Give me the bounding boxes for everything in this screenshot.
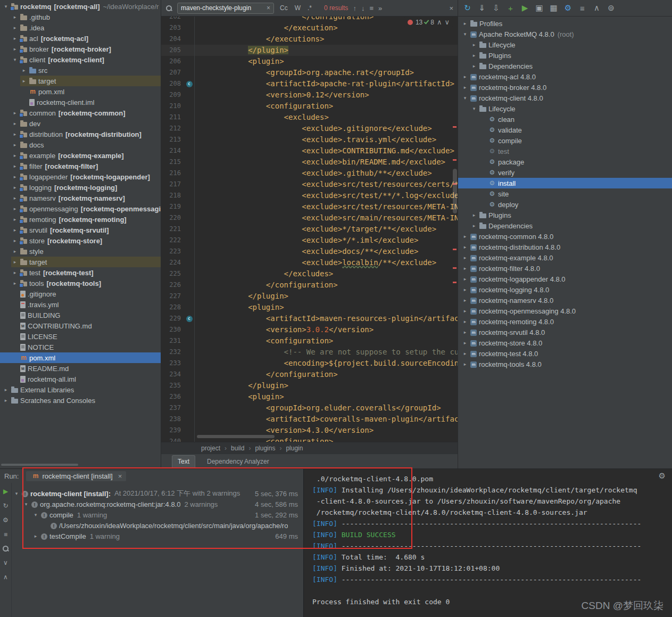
code-editor[interactable]: 202 </configuration>203 </execution>204 … — [161, 17, 458, 442]
build-tree-item-compile[interactable]: ▾compile1 warning1 sec, 292 ms — [12, 509, 303, 520]
chevron-expanded-icon[interactable]: ▾ — [470, 106, 478, 111]
editor-vscrollbar[interactable] — [453, 169, 457, 213]
chevron-collapsed-icon[interactable]: ▸ — [20, 78, 28, 84]
chevron-expanded-icon[interactable]: ▾ — [461, 95, 469, 101]
tree-item-example[interactable]: ▸example[rocketmq-example] — [0, 150, 161, 161]
code-line-218[interactable]: 218 <exclude>src/test/**/*.log</exclude> — [161, 190, 458, 201]
code-line-238[interactable]: 238 <artifactId>coveralls-maven-plugin</… — [161, 414, 458, 425]
line-number[interactable]: 208 — [161, 78, 182, 89]
code-line-204[interactable]: 204 </executions> — [161, 34, 458, 45]
chevron-collapsed-icon[interactable]: ▸ — [11, 281, 19, 286]
error-stripe-mark[interactable] — [453, 282, 457, 283]
tree-item-notice[interactable]: NOTICE — [0, 342, 161, 352]
breadcrumb-build[interactable]: build — [231, 445, 244, 452]
chevron-collapsed-icon[interactable]: ▸ — [11, 249, 19, 254]
line-number[interactable]: 226 — [161, 279, 182, 291]
tree-item-docs[interactable]: ▸docs — [0, 139, 161, 150]
maven-item-rocketmq-broker-4-8-0[interactable]: ▸rocketmq-broker 4.8.0 — [458, 82, 672, 93]
line-number[interactable]: 227 — [161, 291, 182, 302]
chevron-collapsed-icon[interactable]: ▸ — [11, 121, 19, 126]
inspections-widget[interactable]: 13 8 ∧ ∨ — [404, 18, 453, 27]
close-tab-icon[interactable]: × — [118, 472, 122, 480]
line-number[interactable]: 229 — [161, 313, 182, 324]
build-tree-item-users-zhouxin-ideaworkplace-rocketmq-client-src-main-java-org-apache-ro[interactable]: /Users/zhouxin/ideaWorkplace/rocketmq/cl… — [12, 520, 303, 531]
maven-item-rocketmq-client-4-8-0[interactable]: ▾rocketmq-client 4.8.0 — [458, 93, 672, 103]
tree-item-rocketmq-all-iml[interactable]: rocketmq-all.iml — [0, 374, 161, 384]
editor-view-tab-dependency-analyzer[interactable]: Dependency Analyzer — [202, 456, 275, 468]
tree-item-pom-xml[interactable]: pom.xml — [0, 352, 161, 363]
maven-item-package[interactable]: package — [458, 157, 672, 167]
chevron-collapsed-icon[interactable]: ▸ — [2, 398, 10, 403]
maven-item-rocketmq-logging-4-8-0[interactable]: ▸rocketmq-logging 4.8.0 — [458, 284, 672, 295]
connector-settings-icon[interactable]: ⊚ — [606, 3, 616, 13]
error-stripe-mark[interactable] — [453, 249, 457, 250]
maven-item-profiles[interactable]: ▸Profiles — [458, 18, 672, 29]
maven-item-rocketmq-remoting-4-8-0[interactable]: ▸rocketmq-remoting 4.8.0 — [458, 316, 672, 327]
line-number[interactable]: 207 — [161, 67, 182, 78]
plugin-gutter-icon[interactable] — [186, 316, 193, 322]
chevron-collapsed-icon[interactable]: ▸ — [11, 46, 19, 52]
tree-item-license[interactable]: LICENSE — [0, 331, 161, 342]
chevron-collapsed-icon[interactable]: ▸ — [11, 195, 19, 201]
chevron-collapsed-icon[interactable]: ▸ — [461, 85, 469, 90]
line-number[interactable]: 202 — [161, 17, 182, 22]
code-line-216[interactable]: 216 <exclude>.github/**</exclude> — [161, 168, 458, 179]
maven-item-validate[interactable]: validate — [458, 125, 672, 135]
previous-issue-icon[interactable]: ∧ — [437, 18, 442, 26]
maven-item-dependencies[interactable]: ▸Dependencies — [458, 220, 672, 231]
line-number[interactable]: 234 — [161, 369, 182, 380]
regex-toggle[interactable]: .* — [306, 4, 313, 12]
maven-item-rocketmq-store-4-8-0[interactable]: ▸rocketmq-store 4.8.0 — [458, 338, 672, 348]
maven-item-test[interactable]: test — [458, 146, 672, 157]
chevron-collapsed-icon[interactable]: ▸ — [461, 266, 469, 271]
line-number[interactable]: 204 — [161, 34, 182, 45]
tree-item-pom-xml[interactable]: pom.xml — [0, 86, 161, 97]
chevron-collapsed-icon[interactable]: ▸ — [461, 234, 469, 239]
code-line-225[interactable]: 225 </excludes> — [161, 268, 458, 279]
tree-item-client[interactable]: ▾client[rocketmq-client] — [0, 54, 161, 65]
line-number[interactable]: 225 — [161, 268, 182, 279]
tree-item-rocketmq-client-iml[interactable]: rocketmq-client.iml — [0, 97, 161, 108]
chevron-collapsed-icon[interactable]: ▸ — [11, 110, 19, 116]
maven-settings-icon[interactable]: ⚙ — [563, 3, 573, 13]
code-line-226[interactable]: 226 </configuration> — [161, 279, 458, 291]
chevron-collapsed-icon[interactable]: ▸ — [11, 259, 19, 265]
line-number[interactable]: 209 — [161, 89, 182, 101]
tree-item-external-libraries[interactable]: ▸External Libraries — [0, 384, 161, 395]
maven-item-rocketmq-openmessaging-4-8-0[interactable]: ▸rocketmq-openmessaging 4.8.0 — [458, 306, 672, 316]
line-number[interactable]: 221 — [161, 224, 182, 235]
line-number[interactable]: 216 — [161, 168, 182, 179]
code-line-239[interactable]: 239 <version>4.3.0</version> — [161, 425, 458, 436]
maven-item-plugins[interactable]: ▸Plugins — [458, 50, 672, 61]
previous-occurrence-icon[interactable]: ↑ — [353, 4, 356, 12]
rerun-icon[interactable]: ↻ — [3, 502, 8, 509]
breadcrumb-project[interactable]: project — [201, 445, 220, 452]
maven-item-lifecycle[interactable]: ▾Lifecycle — [458, 103, 672, 114]
maven-item-clean[interactable]: clean — [458, 114, 672, 125]
maven-item-rocketmq-common-4-8-0[interactable]: ▸rocketmq-common 4.8.0 — [458, 231, 672, 242]
maven-item-rocketmq-filter-4-8-0[interactable]: ▸rocketmq-filter 4.8.0 — [458, 263, 672, 274]
line-number[interactable]: 219 — [161, 201, 182, 212]
line-number[interactable]: 220 — [161, 212, 182, 224]
chevron-expanded-icon[interactable]: ▾ — [22, 501, 30, 507]
tree-item-readme-md[interactable]: README.md — [0, 363, 161, 374]
maven-item-lifecycle[interactable]: ▸Lifecycle — [458, 39, 672, 50]
tree-item-travis-yml[interactable]: .travis.yml — [0, 299, 161, 310]
chevron-collapsed-icon[interactable]: ▸ — [11, 238, 19, 243]
line-number[interactable]: 210 — [161, 101, 182, 112]
chevron-collapsed-icon[interactable]: ▸ — [461, 298, 469, 303]
code-line-224[interactable]: 224 <exclude>localbin/**</exclude> — [161, 257, 458, 268]
chevron-collapsed-icon[interactable]: ▸ — [461, 351, 469, 356]
words-toggle[interactable]: W — [294, 4, 302, 12]
match-case-toggle[interactable]: Cc — [279, 4, 289, 12]
line-number[interactable]: 217 — [161, 179, 182, 190]
line-number[interactable]: 238 — [161, 414, 182, 425]
error-stripe-mark[interactable] — [453, 267, 457, 269]
line-number[interactable]: 235 — [161, 380, 182, 391]
tree-item-building[interactable]: BUILDING — [0, 310, 161, 320]
chevron-expanded-icon[interactable]: ▾ — [2, 4, 10, 9]
line-number[interactable]: 211 — [161, 112, 182, 123]
maven-item-rocketmq-distribution-4-8-0[interactable]: ▸rocketmq-distribution 4.8.0 — [458, 242, 672, 252]
collapse-all-icon[interactable]: ∧ — [592, 3, 602, 13]
line-number[interactable]: 203 — [161, 22, 182, 34]
